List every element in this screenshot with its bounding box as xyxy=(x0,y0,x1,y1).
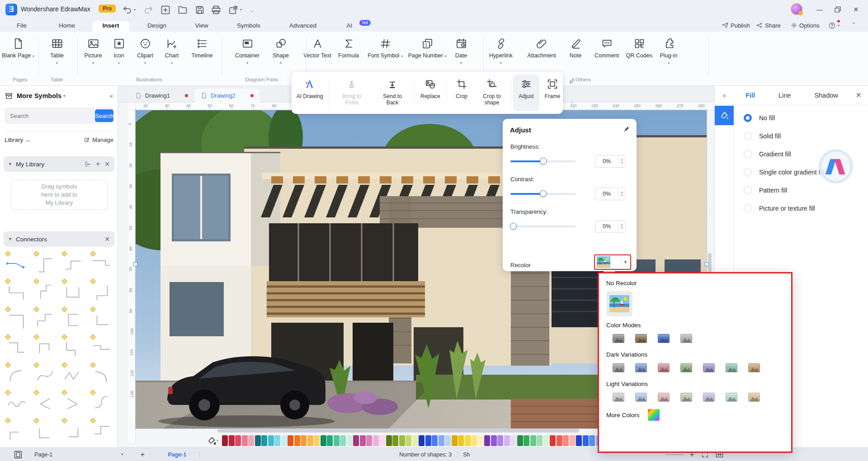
open-folder-icon[interactable] xyxy=(177,5,188,15)
connector-symbol[interactable] xyxy=(59,334,88,361)
tab-shadow[interactable]: Shadow xyxy=(814,92,838,99)
menu-design[interactable]: Design xyxy=(143,21,171,30)
color-mode-swatch[interactable] xyxy=(658,334,670,343)
connector-symbol[interactable] xyxy=(59,389,88,417)
fill-option-single-color-gradient-fill[interactable]: Single color gradient fill xyxy=(744,168,825,176)
transparency-value-stepper[interactable]: 0%▲▼ xyxy=(595,220,626,233)
contrast-value-stepper[interactable]: 0%▲▼ xyxy=(595,188,626,200)
ribbon-hyperlink[interactable]: Hyperlink▾ xyxy=(481,36,520,66)
palette-swatch[interactable] xyxy=(406,435,411,446)
sidebar-collapse-icon[interactable]: « xyxy=(109,92,113,99)
share-button[interactable]: Share xyxy=(756,22,781,29)
recolor-dropdown[interactable]: ▼ xyxy=(594,254,631,270)
search-button[interactable]: Search xyxy=(95,109,113,122)
tab-fill[interactable]: Fill xyxy=(745,92,755,99)
no-recolor-option[interactable] xyxy=(606,291,632,316)
connector-symbol[interactable] xyxy=(88,278,116,306)
palette-swatch[interactable] xyxy=(425,435,431,446)
palette-swatch[interactable] xyxy=(340,435,346,446)
palette-swatch[interactable] xyxy=(563,435,569,446)
palette-swatch[interactable] xyxy=(288,435,293,446)
connector-symbol[interactable] xyxy=(59,306,88,334)
palette-swatch[interactable] xyxy=(524,435,529,446)
window-restore-button[interactable] xyxy=(831,4,844,15)
palette-swatch[interactable] xyxy=(432,435,438,446)
contrast-slider[interactable] xyxy=(510,193,576,195)
palette-swatch[interactable] xyxy=(570,435,576,446)
palette-swatch[interactable] xyxy=(471,435,477,446)
dark-variation-swatch[interactable] xyxy=(726,363,737,372)
connector-symbol[interactable] xyxy=(59,250,88,278)
palette-swatch[interactable] xyxy=(484,435,490,446)
connector-symbol[interactable] xyxy=(31,278,60,306)
color-mode-swatch[interactable] xyxy=(635,334,647,343)
connector-symbol[interactable] xyxy=(31,250,60,278)
fill-color-icon[interactable]: ▾ xyxy=(207,435,218,446)
panel-expand-icon[interactable]: » xyxy=(715,92,734,99)
dark-variation-swatch[interactable] xyxy=(703,363,715,372)
palette-swatch[interactable] xyxy=(321,435,326,446)
tab-drawing1[interactable]: Drawing1 xyxy=(129,89,194,103)
pin-icon[interactable] xyxy=(623,125,630,133)
palette-swatch[interactable] xyxy=(294,435,300,446)
undo-icon[interactable] xyxy=(122,5,133,15)
undo-caret-icon[interactable]: ▾ xyxy=(134,8,136,12)
palette-swatch[interactable] xyxy=(281,435,287,446)
light-variation-swatch[interactable] xyxy=(658,393,670,402)
palette-swatch[interactable] xyxy=(537,435,542,446)
menu-advanced[interactable]: Advanced xyxy=(285,21,321,30)
light-variation-swatch[interactable] xyxy=(748,393,760,402)
palette-swatch[interactable] xyxy=(589,435,595,446)
connector-symbol[interactable] xyxy=(31,417,60,445)
ribbon-page-number[interactable]: 1Page Number ▾ xyxy=(408,36,447,60)
palette-swatch[interactable] xyxy=(439,435,444,446)
color-mode-swatch[interactable] xyxy=(680,334,692,343)
fill-option-no-fill[interactable]: No fill xyxy=(744,114,775,122)
menu-view[interactable]: View xyxy=(190,21,212,30)
connector-symbol[interactable] xyxy=(3,389,31,417)
brightness-slider[interactable] xyxy=(510,160,576,162)
save-icon[interactable] xyxy=(194,5,205,15)
ctx-ai-drawing[interactable]: AI Drawing xyxy=(292,75,327,111)
down-arrow-icon[interactable]: ▼ xyxy=(621,194,623,197)
ribbon-blank-page[interactable]: Blank Page ▾ xyxy=(0,36,38,60)
connector-symbol[interactable] xyxy=(31,362,60,389)
palette-swatch[interactable] xyxy=(314,435,320,446)
connector-symbol[interactable] xyxy=(3,250,31,278)
palette-swatch[interactable] xyxy=(261,435,267,446)
my-library-section-header[interactable]: ▼ My Library + ✕ xyxy=(4,156,114,172)
menu-file[interactable]: File xyxy=(12,21,31,30)
connector-symbol[interactable] xyxy=(3,306,31,334)
palette-swatch[interactable] xyxy=(458,435,464,446)
palette-swatch[interactable] xyxy=(373,435,379,446)
selection-handle-right[interactable] xyxy=(705,262,709,266)
ctx-crop[interactable]: Crop xyxy=(448,75,475,111)
palette-swatch[interactable] xyxy=(543,435,549,446)
library-collapse-icon[interactable]: ︽ xyxy=(26,137,29,143)
menu-symbols[interactable]: Symbols xyxy=(232,21,265,30)
connector-symbol[interactable] xyxy=(88,362,116,389)
dark-variation-swatch[interactable] xyxy=(613,363,624,372)
palette-swatch[interactable] xyxy=(268,435,274,446)
fill-option-pattern-fill[interactable]: Pattern fill xyxy=(744,186,787,194)
connector-symbol[interactable] xyxy=(88,250,116,278)
palette-swatch[interactable] xyxy=(392,435,398,446)
menu-insert[interactable]: Insert xyxy=(93,21,129,32)
sidebar-title-caret-icon[interactable]: ▾ xyxy=(63,94,66,98)
transparency-slider[interactable] xyxy=(510,226,576,227)
window-minimize-button[interactable]: — xyxy=(813,4,826,15)
palette-swatch[interactable] xyxy=(478,435,484,446)
close-connectors-icon[interactable]: ✕ xyxy=(104,235,110,243)
dark-variation-swatch[interactable] xyxy=(635,363,647,372)
connector-symbol[interactable] xyxy=(3,417,31,445)
connector-symbol[interactable] xyxy=(3,278,31,306)
down-arrow-icon[interactable]: ▼ xyxy=(621,226,623,230)
sidebar-title[interactable]: More Symbols xyxy=(17,92,61,99)
panel-close-icon[interactable]: ✕ xyxy=(856,91,862,99)
palette-swatch[interactable] xyxy=(530,435,536,446)
ribbon-timeline[interactable]: Timeline xyxy=(183,36,222,59)
color-mode-swatch[interactable] xyxy=(613,334,624,343)
dark-variation-swatch[interactable] xyxy=(658,363,670,372)
light-variation-swatch[interactable] xyxy=(680,393,692,402)
connector-symbol[interactable] xyxy=(31,334,60,361)
